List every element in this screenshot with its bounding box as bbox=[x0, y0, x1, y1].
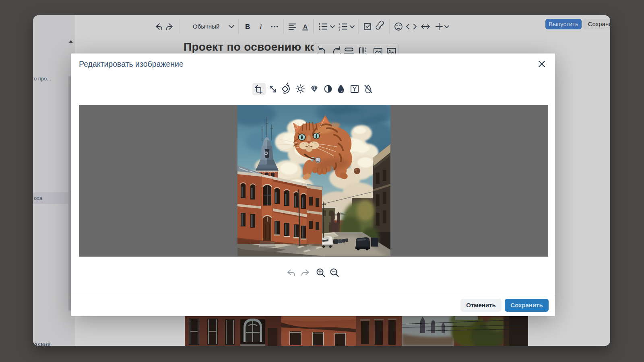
svg-text:I: I bbox=[259, 23, 262, 31]
svg-text:Обычный: Обычный bbox=[193, 23, 219, 30]
svg-text:A: A bbox=[303, 23, 308, 30]
svg-text:B: B bbox=[245, 23, 250, 31]
svg-text:3: 3 bbox=[339, 28, 340, 31]
